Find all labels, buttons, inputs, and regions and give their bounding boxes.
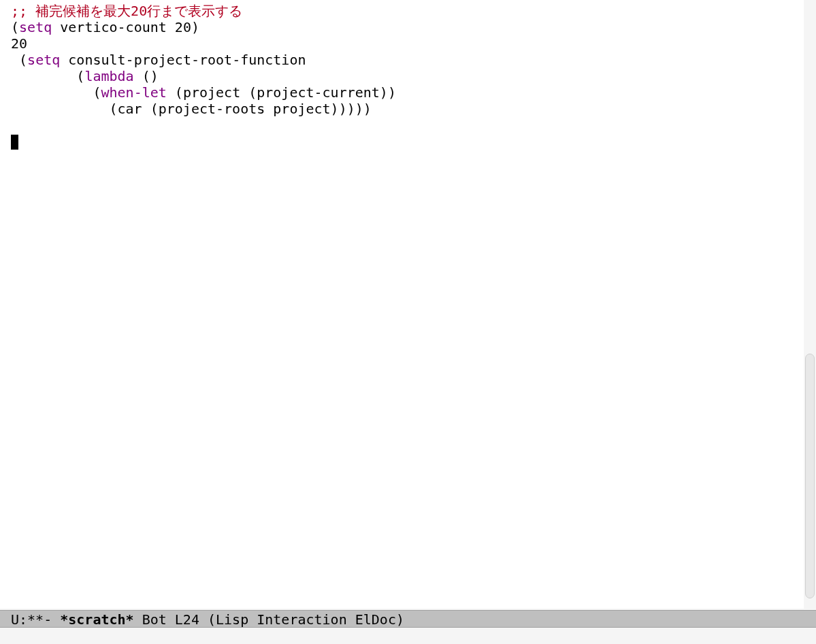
keyword-setq: setq	[19, 19, 52, 35]
code-text: consult-project-root-function	[60, 52, 306, 68]
code-text: ()	[134, 68, 159, 84]
scrollbar-thumb[interactable]	[805, 354, 815, 598]
comment-line: ;; 補完候補を最大20行まで表示する	[11, 3, 242, 19]
keyword-setq: setq	[27, 52, 60, 68]
keyword-lambda: lambda	[84, 68, 133, 84]
buffer-name: *scratch*	[60, 611, 133, 628]
modeline-mode: (Lisp Interaction ElDoc)	[208, 611, 404, 628]
indent	[11, 84, 93, 101]
code-text: (project (project-current))	[167, 84, 396, 101]
keyword-when-let: when-let	[101, 84, 166, 101]
cursor	[11, 135, 18, 150]
modeline-status: U:**-	[11, 611, 60, 628]
vertical-scrollbar[interactable]	[804, 0, 816, 609]
modeline-position: Bot L24	[134, 611, 208, 628]
indent	[11, 68, 76, 84]
code-text: vertico-count 20)	[52, 19, 199, 35]
indent	[11, 52, 19, 68]
code-text: (car (project-roots project)))))	[110, 101, 372, 117]
paren: (	[93, 84, 101, 101]
result-value: 20	[11, 35, 27, 52]
minibuffer[interactable]	[0, 628, 816, 644]
mode-line[interactable]: U:**- *scratch* Bot L24 (Lisp Interactio…	[0, 610, 816, 628]
paren: (	[19, 52, 27, 68]
code-editor[interactable]: ;; 補完候補を最大20行まで表示する(setq vertico-count 2…	[0, 0, 804, 609]
paren: (	[76, 68, 84, 84]
indent	[11, 101, 110, 117]
editor-container: ;; 補完候補を最大20行まで表示する(setq vertico-count 2…	[0, 0, 816, 609]
paren: (	[11, 19, 19, 35]
